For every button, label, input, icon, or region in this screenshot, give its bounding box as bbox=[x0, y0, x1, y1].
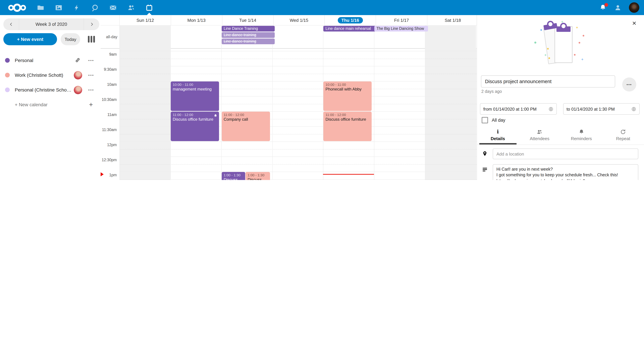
files-app-icon[interactable] bbox=[32, 0, 50, 15]
tab-label: Attendees bbox=[519, 136, 560, 141]
location-input[interactable] bbox=[493, 148, 638, 159]
tab-attendees[interactable]: Attendees bbox=[519, 126, 560, 144]
calendar-actions-menu[interactable]: ••• bbox=[87, 88, 96, 92]
all-day-event[interactable]: Line dance training bbox=[222, 32, 275, 38]
column-separator bbox=[374, 48, 374, 180]
tab-reminders[interactable]: Reminders bbox=[560, 126, 602, 144]
description-textarea[interactable]: Hi Carl! are you in next week? I got som… bbox=[493, 164, 638, 180]
week-navigation: Week 3 of 2020 bbox=[3, 18, 99, 30]
photos-app-icon[interactable] bbox=[50, 0, 68, 15]
event-company-call[interactable]: 11:00 - 12:00Company call bbox=[222, 112, 270, 141]
nextcloud-logo[interactable] bbox=[8, 2, 27, 12]
event-title: Discuss office furniture bbox=[173, 117, 217, 122]
event-title-input[interactable] bbox=[481, 75, 615, 87]
event-discuss-project-announcement[interactable]: 1:00 - 1:30Discuss project announcement bbox=[246, 172, 270, 180]
event-discuss-project-announcement[interactable]: 1:00 - 1:30Discuss project announcement bbox=[222, 172, 245, 180]
calendar-week-view: Sun 1/12Mon 1/13Tue 1/14Wed 1/15Thu 1/16… bbox=[100, 15, 477, 180]
all-day-label: all-day bbox=[100, 25, 118, 48]
confetti-dot bbox=[540, 29, 542, 31]
event-title: Phonecall with Abby bbox=[326, 87, 370, 92]
calendar-actions-menu[interactable]: ••• bbox=[87, 73, 96, 77]
more-actions-button[interactable]: ••• bbox=[622, 77, 636, 91]
new-event-button[interactable]: + New event bbox=[3, 33, 57, 45]
all-day-checkbox-label: All day bbox=[492, 118, 505, 123]
weekend-shading bbox=[120, 25, 170, 48]
confetti-dot: + bbox=[544, 54, 546, 56]
next-week-button[interactable] bbox=[84, 18, 99, 30]
activity-app-icon[interactable] bbox=[68, 0, 86, 15]
confetti-dot: + bbox=[581, 58, 584, 60]
event-phonecall-with-abby[interactable]: 10:00 - 11:00Phonecall with Abby bbox=[324, 81, 372, 111]
info-icon: i bbox=[497, 129, 499, 135]
day-header-sat[interactable]: Sat 1/18 bbox=[427, 15, 478, 25]
time-label: 10am bbox=[100, 82, 117, 86]
contacts-menu-icon[interactable] bbox=[614, 4, 622, 11]
event-illustration: ++++ bbox=[539, 22, 586, 68]
new-calendar-button[interactable]: + New calendar+ bbox=[0, 97, 100, 112]
week-label[interactable]: Week 3 of 2020 bbox=[19, 18, 84, 30]
day-header-mon[interactable]: Mon 1/13 bbox=[171, 15, 222, 25]
quarter-hour-line bbox=[120, 149, 477, 149]
event-management-meeting[interactable]: 10:00 - 11:00management meeting bbox=[171, 81, 219, 111]
calendar-list: Personal•••Work (Christine Schott)•••Per… bbox=[0, 53, 100, 112]
location-pin-icon bbox=[482, 151, 488, 157]
people-icon bbox=[537, 129, 542, 135]
all-day-row: all-day Line Dance TrainingLine dance tr… bbox=[100, 25, 477, 49]
current-time-arrow bbox=[100, 172, 104, 176]
time-grid: 9am9:30am10am10:30am11am11:30am12pm12:30… bbox=[100, 48, 477, 180]
end-datetime-field[interactable]: to 01/14/2020 at 1:30 PM bbox=[563, 103, 640, 115]
tab-details[interactable]: iDetails bbox=[477, 126, 519, 144]
week-view-toggle-icon[interactable] bbox=[88, 35, 95, 43]
day-header-thu[interactable]: Thu 1/16 bbox=[324, 15, 376, 25]
column-separator bbox=[170, 25, 171, 48]
reminder-bell-icon bbox=[214, 113, 217, 117]
all-day-event[interactable]: The Big Line Dancing Show bbox=[374, 26, 428, 31]
all-day-event[interactable]: Line dance training bbox=[222, 38, 275, 44]
calendar-item-work-christine[interactable]: Work (Christine Schott)••• bbox=[0, 68, 100, 82]
day-header-fri[interactable]: Fri 1/17 bbox=[376, 15, 427, 25]
all-day-event[interactable]: Line Dance Training bbox=[222, 26, 275, 31]
checkbox-box[interactable] bbox=[482, 117, 488, 123]
all-day-event[interactable]: Line dance main rehearsal bbox=[324, 26, 376, 31]
plus-icon: + bbox=[89, 101, 93, 108]
start-datetime-value: from 01/14/2020 at 1:00 PM bbox=[483, 106, 536, 111]
bell-icon bbox=[578, 129, 584, 135]
user-avatar[interactable] bbox=[629, 2, 639, 13]
previous-week-button[interactable] bbox=[3, 18, 19, 30]
event-discuss-office-furniture[interactable]: 11:00 - 12:00Discuss office furniture bbox=[171, 112, 219, 141]
timezone-globe-icon[interactable] bbox=[548, 106, 554, 111]
timezone-globe-icon[interactable] bbox=[631, 106, 636, 111]
today-button[interactable]: Today bbox=[61, 33, 80, 45]
calendar-item-personal[interactable]: Personal••• bbox=[0, 53, 100, 68]
owner-avatar bbox=[74, 71, 82, 79]
event-time: 11:00 - 12:00 bbox=[173, 113, 217, 117]
talk-app-icon[interactable] bbox=[86, 0, 104, 15]
tab-repeat[interactable]: Repeat bbox=[602, 126, 644, 144]
confetti-dot bbox=[534, 41, 536, 43]
start-datetime-field[interactable]: from 01/14/2020 at 1:00 PM bbox=[480, 103, 557, 115]
end-datetime-value: to 01/14/2020 at 1:30 PM bbox=[566, 106, 615, 111]
calendar-item-personal-christine[interactable]: Personal (Christine Scho…••• bbox=[0, 82, 100, 97]
day-header-sun[interactable]: Sun 1/12 bbox=[120, 15, 171, 25]
last-modified: 2 days ago bbox=[481, 89, 502, 94]
sidebar: Week 3 of 2020 + New event Today Persona… bbox=[0, 15, 100, 180]
event-time: 1:00 - 1:30 bbox=[248, 173, 268, 177]
half-hour-line bbox=[120, 51, 477, 51]
close-icon[interactable]: ✕ bbox=[630, 20, 638, 27]
calendar-app-icon[interactable] bbox=[140, 0, 158, 15]
share-link-icon[interactable] bbox=[75, 57, 81, 63]
event-title: Discuss project announcement bbox=[224, 177, 243, 180]
event-discuss-office-furniture[interactable]: 11:00 - 12:00Discuss office furniture bbox=[324, 112, 372, 141]
tab-label: Reminders bbox=[560, 136, 602, 141]
notifications-bell-icon[interactable] bbox=[600, 4, 607, 11]
calendar-actions-menu[interactable]: ••• bbox=[87, 58, 96, 62]
day-header-wed[interactable]: Wed 1/15 bbox=[273, 15, 324, 25]
half-hour-line bbox=[120, 157, 477, 157]
day-header-tue[interactable]: Tue 1/14 bbox=[222, 15, 273, 25]
mail-app-icon[interactable] bbox=[104, 0, 122, 15]
all-day-checkbox[interactable]: All day bbox=[482, 117, 505, 123]
tab-label: Details bbox=[477, 136, 519, 141]
confetti-dot: + bbox=[576, 27, 578, 29]
calendar-name: Personal (Christine Scho… bbox=[15, 87, 74, 92]
contacts-app-icon[interactable] bbox=[122, 0, 140, 15]
